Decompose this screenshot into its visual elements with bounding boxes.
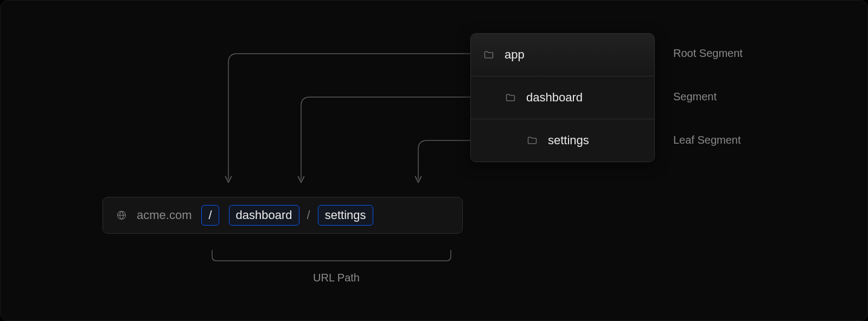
- folder-tree: app dashboard settings: [470, 33, 655, 162]
- globe-icon: [116, 210, 127, 221]
- folder-icon: [483, 49, 495, 61]
- arrow-settings: [418, 140, 470, 179]
- tree-row-settings: settings: [471, 119, 654, 162]
- segment-type-leaf: Leaf Segment: [673, 134, 741, 146]
- tree-item-name: settings: [548, 133, 589, 147]
- arrow-dashboard: [301, 97, 470, 179]
- url-bar: acme.com / dashboard / settings: [103, 197, 463, 234]
- url-path-label: URL Path: [313, 272, 360, 284]
- segment-type-root: Root Segment: [673, 47, 743, 60]
- segment-type-mid: Segment: [673, 91, 717, 103]
- url-segment-root: /: [201, 205, 219, 226]
- url-domain: acme.com: [137, 208, 192, 222]
- tree-row-dashboard: dashboard: [471, 76, 654, 119]
- folder-icon: [505, 92, 516, 104]
- tree-item-name: app: [505, 48, 525, 62]
- url-path-bracket: [212, 250, 451, 261]
- tree-row-app: app: [471, 34, 654, 76]
- arrow-app-to-root: [228, 54, 470, 179]
- diagram-canvas: app dashboard settings Root Segment Segm…: [0, 0, 868, 321]
- url-segment-dashboard: dashboard: [229, 205, 299, 226]
- url-segment-settings: settings: [318, 205, 373, 226]
- tree-item-name: dashboard: [526, 91, 583, 105]
- slash-separator: /: [299, 208, 318, 222]
- folder-icon: [526, 134, 538, 146]
